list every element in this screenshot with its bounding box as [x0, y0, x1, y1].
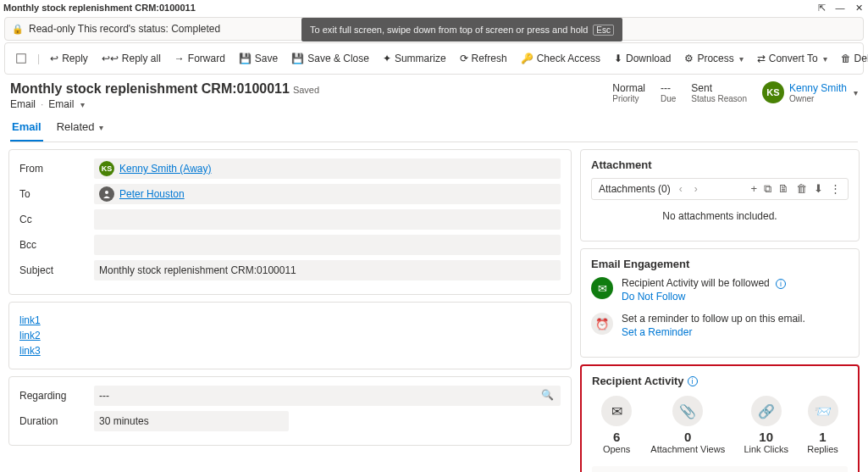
- popout-icon[interactable]: ⇱: [815, 2, 827, 14]
- subject-value: Monthly stock replenishment CRM:0100011: [99, 264, 296, 276]
- bcc-label: Bcc: [19, 239, 94, 251]
- to-field[interactable]: Peter Houston: [94, 184, 561, 204]
- no-attachments-text: No attachments included.: [591, 200, 849, 232]
- body-link-1[interactable]: link1: [19, 314, 561, 326]
- recipient-activity-panel: Recipient Activity i ✉ 6 Opens 📎 0 Attac…: [580, 364, 860, 472]
- owner-chevron-icon[interactable]: ▾: [854, 88, 858, 97]
- owner-field: KS Kenny Smith Owner ▾: [762, 81, 858, 103]
- body-link-3[interactable]: link3: [19, 345, 561, 357]
- duration-label: Duration: [19, 415, 94, 427]
- reminder-icon: ⏰: [591, 313, 613, 335]
- owner-link[interactable]: Kenny Smith: [789, 82, 847, 94]
- save-button[interactable]: 💾 Save: [234, 49, 283, 68]
- forward-button[interactable]: → Forward: [169, 49, 230, 68]
- set-reminder-link[interactable]: Set a Reminder: [622, 326, 805, 338]
- record-title: Monthly stock replenishment CRM:0100011: [10, 81, 290, 96]
- close-icon[interactable]: ✕: [853, 2, 865, 14]
- duration-field[interactable]: 30 minutes: [94, 411, 289, 431]
- content: From KS Kenny Smith (Away) To Peter Hous…: [0, 142, 868, 472]
- due-value: ---: [661, 82, 676, 94]
- to-label: To: [19, 188, 94, 200]
- replies-icon: 📨: [808, 396, 838, 426]
- header-fields: Normal Priority --- Due Sent Status Reas…: [612, 81, 858, 103]
- stat-opens: ✉ 6 Opens: [601, 396, 632, 454]
- opens-label: Opens: [601, 444, 632, 454]
- activity-timeline: ↩ Last replied on: Thu 3:02 PM Replied b…: [592, 466, 848, 472]
- info-icon[interactable]: i: [776, 279, 786, 289]
- from-field[interactable]: KS Kenny Smith (Away): [94, 158, 561, 179]
- link-clicks-label: Link Clicks: [744, 444, 788, 454]
- refresh-button[interactable]: ⟳ Refresh: [455, 49, 512, 68]
- opens-icon: ✉: [601, 396, 632, 426]
- engagement-title: Email Engagement: [591, 258, 849, 270]
- left-column: From KS Kenny Smith (Away) To Peter Hous…: [8, 149, 572, 472]
- check-access-button[interactable]: 🔑 Check Access: [516, 49, 605, 68]
- attachment-panel: Attachment Attachments (0) ‹ › + ⧉ 🗎 🗑 ⬇…: [580, 149, 860, 242]
- tab-email[interactable]: Email: [10, 114, 43, 142]
- link-clicks-icon: 🔗: [751, 396, 782, 426]
- regarding-field[interactable]: --- 🔍: [94, 386, 561, 406]
- readonly-bar: 🔒 Read-only This record's status: Comple…: [4, 17, 864, 41]
- record-subtitle: Email · Email ▾: [10, 98, 319, 110]
- attach-more-icon[interactable]: ⋮: [830, 182, 841, 196]
- record-type-chevron-icon[interactable]: ▾: [80, 100, 85, 109]
- summarize-button[interactable]: ✦ Summarize: [378, 49, 451, 68]
- attach-copy-icon[interactable]: ⧉: [764, 182, 771, 196]
- download-button[interactable]: ⬇ Download: [609, 49, 676, 68]
- lock-icon: 🔒: [12, 24, 24, 35]
- do-not-follow-link[interactable]: Do Not Follow: [622, 291, 786, 303]
- stat-replies: 📨 1 Replies: [807, 396, 838, 454]
- attach-next-icon[interactable]: ›: [691, 183, 701, 195]
- delete-button[interactable]: 🗑 Delete: [836, 49, 868, 68]
- stat-link-clicks: 🔗 10 Link Clicks: [744, 396, 788, 454]
- window-titlebar: Monthly stock replenishment CRM:0100011 …: [0, 0, 868, 15]
- convert-to-button[interactable]: ⇄ Convert To▾: [752, 49, 832, 68]
- link-clicks-value: 10: [744, 430, 788, 444]
- attach-file-icon[interactable]: 🗎: [778, 182, 789, 196]
- fullscreen-hint-text: To exit full screen, swipe down from top…: [310, 25, 588, 35]
- tab-related[interactable]: Related ▾: [55, 114, 105, 142]
- priority-field: Normal Priority: [612, 82, 645, 103]
- body-link-2[interactable]: link2: [19, 330, 561, 342]
- regarding-panel: Regarding --- 🔍 Duration 30 minutes: [8, 376, 572, 446]
- attach-prev-icon[interactable]: ‹: [676, 183, 686, 195]
- from-label: From: [19, 163, 94, 175]
- esc-key: Esc: [593, 25, 614, 36]
- contact-icon: [99, 186, 114, 202]
- status-label: Status Reason: [691, 94, 747, 103]
- due-label: Due: [661, 94, 676, 103]
- bcc-field[interactable]: [94, 235, 561, 255]
- record-type-1: Email: [10, 98, 36, 110]
- from-link[interactable]: Kenny Smith (Away): [119, 163, 212, 175]
- replies-label: Replies: [807, 444, 838, 454]
- window-title: Monthly stock replenishment CRM:0100011: [3, 3, 815, 13]
- attachment-title: Attachment: [591, 158, 849, 171]
- attachment-toolbar: Attachments (0) ‹ › + ⧉ 🗎 🗑 ⬇ ⋮: [591, 178, 849, 200]
- replies-value: 1: [807, 430, 838, 444]
- new-button[interactable]: [10, 49, 32, 68]
- attach-delete-icon[interactable]: 🗑: [796, 182, 807, 196]
- reply-button[interactable]: ↩ Reply: [45, 49, 93, 68]
- priority-label: Priority: [612, 94, 645, 103]
- save-close-button[interactable]: 💾 Save & Close: [286, 49, 374, 68]
- process-button[interactable]: ⚙ Process▾: [679, 49, 748, 68]
- cc-field[interactable]: [94, 209, 561, 230]
- subject-field[interactable]: Monthly stock replenishment CRM:0100011: [94, 260, 561, 280]
- attach-add-icon[interactable]: +: [750, 182, 757, 196]
- to-link[interactable]: Peter Houston: [119, 188, 185, 200]
- search-icon[interactable]: 🔍: [541, 389, 554, 401]
- attach-views-label: Attachment Views: [650, 444, 725, 454]
- links-panel: link1 link2 link3: [8, 302, 572, 369]
- tabs: Email Related ▾: [10, 114, 858, 142]
- reply-all-button[interactable]: ↩↩ Reply all: [97, 49, 166, 68]
- recipient-activity-title: Recipient Activity: [592, 375, 684, 387]
- engagement-panel: Email Engagement ✉ Recipient Activity wi…: [580, 248, 860, 358]
- owner-avatar: KS: [762, 81, 784, 103]
- minimize-icon[interactable]: —: [834, 2, 846, 14]
- reminder-text: Set a reminder to follow up on this emai…: [622, 313, 805, 325]
- attach-download-icon[interactable]: ⬇: [814, 182, 823, 196]
- duration-value: 30 minutes: [99, 415, 149, 427]
- fullscreen-hint: To exit full screen, swipe down from top…: [301, 18, 622, 42]
- recipient-info-icon[interactable]: i: [688, 376, 698, 386]
- svg-rect-0: [17, 54, 26, 64]
